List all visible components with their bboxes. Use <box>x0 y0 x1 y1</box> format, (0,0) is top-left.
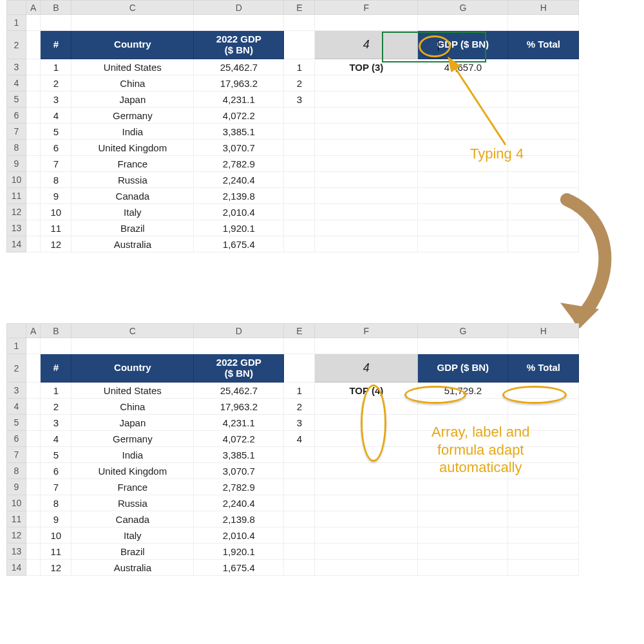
row-header[interactable]: 7 <box>7 447 26 463</box>
cell-gdp-sum[interactable] <box>418 236 508 252</box>
cell-country[interactable]: Italy <box>71 527 194 544</box>
cell-array-index[interactable]: 2 <box>284 75 315 91</box>
cell-country[interactable]: Russia <box>71 172 194 188</box>
row-header[interactable]: 3 <box>7 383 26 399</box>
cell-gdp[interactable]: 3,385.1 <box>194 124 284 140</box>
cell-gdp[interactable]: 2,240.4 <box>194 172 284 188</box>
row-header[interactable]: 4 <box>7 75 26 91</box>
cell-gdp-sum[interactable] <box>418 172 508 188</box>
corner-cell[interactable] <box>7 324 26 338</box>
cell-array-index[interactable] <box>284 124 315 140</box>
cell-country[interactable]: India <box>71 124 194 140</box>
col-header-B[interactable]: B <box>41 324 71 338</box>
cell-array-index[interactable]: 1 <box>284 383 315 399</box>
cell-rank[interactable]: 5 <box>41 447 71 463</box>
spreadsheet-grid-before[interactable]: A B C D E F G H 1 2 # Country 2022 GDP (… <box>6 0 579 252</box>
cell-country[interactable]: China <box>71 399 194 415</box>
col-header-G[interactable]: G <box>418 324 508 338</box>
cell-top-label[interactable] <box>315 91 418 108</box>
cell-array-index[interactable] <box>284 479 315 495</box>
cell-country[interactable]: United Kingdom <box>71 140 194 156</box>
cell-gdp[interactable]: 3,070.7 <box>194 463 284 479</box>
cell-array-index[interactable] <box>284 527 315 544</box>
cell-gdp[interactable]: 25,462.7 <box>194 383 284 399</box>
cell-country[interactable]: United States <box>71 59 194 75</box>
cell-gdp-sum[interactable] <box>418 463 508 479</box>
col-header-E[interactable]: E <box>284 1 315 15</box>
cell-top-label[interactable] <box>315 140 418 156</box>
cell-gdp[interactable]: 2,782.9 <box>194 479 284 495</box>
cell-array-index[interactable] <box>284 560 315 576</box>
cell-array-index[interactable] <box>284 108 315 124</box>
cell-gdp-sum[interactable] <box>418 108 508 124</box>
cell-country[interactable]: Brazil <box>71 544 194 560</box>
cell-country[interactable]: United States <box>71 383 194 399</box>
cell-rank[interactable]: 3 <box>41 415 71 431</box>
row-header[interactable]: 13 <box>7 220 26 236</box>
cell-array-index[interactable] <box>284 463 315 479</box>
cell-gdp[interactable]: 17,963.2 <box>194 75 284 91</box>
cell-gdp[interactable]: 2,010.4 <box>194 527 284 544</box>
cell-gdp[interactable]: 2,240.4 <box>194 495 284 511</box>
cell-array-index[interactable] <box>284 204 315 220</box>
cell-rank[interactable]: 5 <box>41 124 71 140</box>
cell-rank[interactable]: 12 <box>41 560 71 576</box>
corner-cell[interactable] <box>7 1 26 15</box>
cell-gdp-sum[interactable] <box>418 188 508 204</box>
cell-gdp-sum[interactable] <box>418 91 508 108</box>
cell-gdp-sum[interactable] <box>418 431 508 447</box>
cell-top-label[interactable] <box>315 527 418 544</box>
cell-rank[interactable]: 11 <box>41 544 71 560</box>
cell-gdp-sum[interactable] <box>418 415 508 431</box>
cell-top-label[interactable] <box>315 188 418 204</box>
cell-array-index[interactable] <box>284 188 315 204</box>
cell-gdp[interactable]: 1,920.1 <box>194 544 284 560</box>
cell-gdp-sum[interactable] <box>418 544 508 560</box>
cell-array-index[interactable] <box>284 172 315 188</box>
cell-country[interactable]: Russia <box>71 495 194 511</box>
col-header-D[interactable]: D <box>194 324 284 338</box>
cell-rank[interactable]: 10 <box>41 204 71 220</box>
cell-country[interactable]: France <box>71 156 194 172</box>
cell-top-label[interactable]: TOP (3) <box>315 59 418 75</box>
col-header-H[interactable]: H <box>508 324 579 338</box>
row-header[interactable]: 8 <box>7 140 26 156</box>
cell-top-label[interactable] <box>315 124 418 140</box>
cell-rank[interactable]: 7 <box>41 479 71 495</box>
cell-gdp[interactable]: 3,070.7 <box>194 140 284 156</box>
cell-rank[interactable]: 3 <box>41 91 71 108</box>
row-header[interactable]: 14 <box>7 560 26 576</box>
row-header[interactable]: 11 <box>7 188 26 204</box>
cell-rank[interactable]: 9 <box>41 511 71 527</box>
row-header[interactable]: 1 <box>7 338 26 354</box>
row-header[interactable]: 5 <box>7 415 26 431</box>
row-header[interactable]: 10 <box>7 172 26 188</box>
cell-top-label[interactable] <box>315 463 418 479</box>
cell-top-label[interactable] <box>315 511 418 527</box>
cell-top-label[interactable] <box>315 415 418 431</box>
cell-gdp[interactable]: 2,139.8 <box>194 188 284 204</box>
cell-top-label[interactable] <box>315 447 418 463</box>
cell-array-index[interactable] <box>284 156 315 172</box>
cell-rank[interactable]: 6 <box>41 463 71 479</box>
cell-array-index[interactable]: 3 <box>284 415 315 431</box>
row-header[interactable]: 10 <box>7 495 26 511</box>
cell-gdp-sum[interactable] <box>418 511 508 527</box>
cell-top-label[interactable] <box>315 431 418 447</box>
cell-country[interactable]: India <box>71 447 194 463</box>
cell-top-label[interactable] <box>315 236 418 252</box>
row-header[interactable]: 5 <box>7 91 26 108</box>
col-header-F[interactable]: F <box>315 1 418 15</box>
cell-top-label[interactable] <box>315 495 418 511</box>
cell-top-label[interactable] <box>315 399 418 415</box>
cell-gdp[interactable]: 4,072.2 <box>194 108 284 124</box>
cell-gdp[interactable]: 25,462.7 <box>194 59 284 75</box>
row-header[interactable]: 14 <box>7 236 26 252</box>
cell-rank[interactable]: 2 <box>41 75 71 91</box>
cell-gdp[interactable]: 4,231.1 <box>194 415 284 431</box>
cell-array-index[interactable]: 4 <box>284 431 315 447</box>
row-header[interactable]: 12 <box>7 204 26 220</box>
cell-array-index[interactable] <box>284 495 315 511</box>
cell-array-index[interactable]: 1 <box>284 59 315 75</box>
cell-array-index[interactable]: 3 <box>284 91 315 108</box>
